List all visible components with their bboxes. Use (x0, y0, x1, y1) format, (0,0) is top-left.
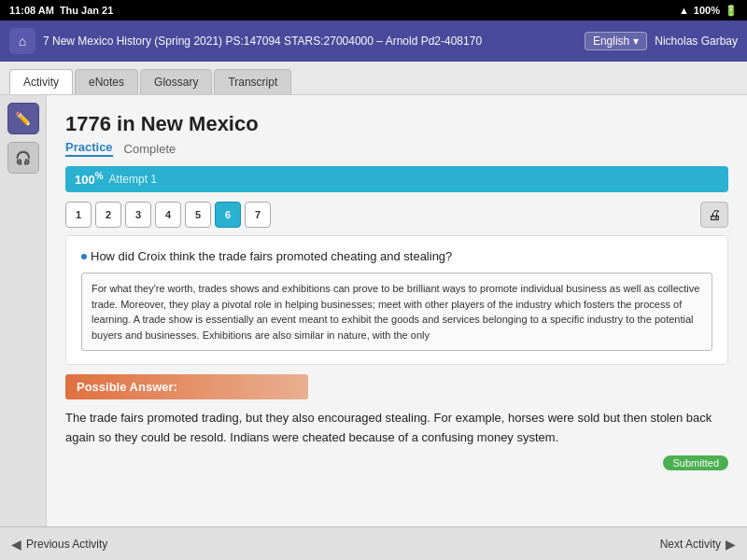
header-right: English ▾ Nicholas Garbay (585, 32, 738, 50)
progress-percentage: 100% (75, 171, 104, 187)
previous-activity-button[interactable]: ◀ Previous Activity (11, 537, 107, 552)
battery-icon: 🔋 (725, 5, 738, 17)
bottom-navigation: ◀ Previous Activity Next Activity ▶ (0, 526, 747, 560)
next-activity-label: Next Activity (660, 538, 721, 551)
question-btn-2[interactable]: 2 (95, 202, 121, 228)
tab-enotes[interactable]: eNotes (75, 69, 138, 94)
question-btn-4[interactable]: 4 (155, 202, 181, 228)
question-marker (81, 254, 87, 259)
submitted-badge-container: Submitted (65, 455, 728, 470)
time-display: 11:08 AM (9, 5, 54, 16)
answer-text-box[interactable]: For what they're worth, trades shows and… (81, 273, 712, 351)
main-content: ✏️ 🎧 1776 in New Mexico Practice Complet… (0, 95, 747, 560)
home-icon: ⌂ (19, 34, 26, 49)
header-left: ⌂ 7 New Mexico History (Spring 2021) PS:… (9, 28, 482, 54)
headphones-button[interactable]: 🎧 (7, 142, 39, 174)
user-name: Nicholas Garbay (655, 35, 738, 48)
status-bar-left: 11:08 AM Thu Jan 21 (9, 5, 113, 16)
pencil-icon: ✏️ (15, 111, 31, 126)
question-navigation: 1 2 3 4 5 6 7 🖨 (65, 202, 728, 228)
home-button[interactable]: ⌂ (9, 28, 35, 54)
next-activity-button[interactable]: Next Activity ▶ (660, 537, 736, 552)
progress-bar: 100% Attempt 1 (65, 166, 728, 192)
scrollable-content: 1776 in New Mexico Practice Complete 100… (65, 112, 728, 523)
practice-label: Practice (65, 140, 113, 157)
left-arrow-icon: ◀ (11, 537, 21, 552)
wifi-strength: 100% (694, 5, 720, 16)
course-title: 7 New Mexico History (Spring 2021) PS:14… (43, 35, 482, 48)
tab-activity[interactable]: Activity (9, 69, 73, 94)
wifi-icon: ▲ (679, 5, 689, 16)
question-btn-3[interactable]: 3 (125, 202, 151, 228)
print-icon: 🖨 (708, 207, 721, 222)
question-text: How did Croix think the trade fairs prom… (81, 249, 712, 263)
attempt-label: Attempt 1 (109, 173, 157, 186)
question-card: How did Croix think the trade fairs prom… (65, 235, 728, 365)
content-area: 1776 in New Mexico Practice Complete 100… (47, 95, 747, 560)
status-bar-right: ▲ 100% 🔋 (679, 5, 738, 17)
complete-label: Complete (124, 142, 176, 156)
status-bar: 11:08 AM Thu Jan 21 ▲ 100% 🔋 (0, 0, 747, 21)
subtitle-row: Practice Complete (65, 140, 728, 157)
question-btn-5[interactable]: 5 (185, 202, 211, 228)
question-buttons: 1 2 3 4 5 6 7 (65, 202, 271, 228)
question-btn-7[interactable]: 7 (245, 202, 271, 228)
page-title: 1776 in New Mexico (65, 112, 728, 136)
tab-glossary[interactable]: Glossary (140, 69, 212, 94)
question-btn-6[interactable]: 6 (215, 202, 241, 228)
chevron-down-icon: ▾ (633, 35, 639, 48)
header-bar: ⌂ 7 New Mexico History (Spring 2021) PS:… (0, 21, 747, 62)
language-label: English (593, 35, 629, 48)
pencil-button[interactable]: ✏️ (7, 103, 39, 134)
headphones-icon: 🎧 (15, 150, 31, 165)
previous-activity-label: Previous Activity (26, 538, 107, 551)
right-arrow-icon: ▶ (726, 537, 736, 552)
left-sidebar: ✏️ 🎧 (0, 95, 47, 560)
date-display: Thu Jan 21 (60, 5, 113, 16)
language-selector[interactable]: English ▾ (585, 32, 647, 50)
tab-navigation: Activity eNotes Glossary Transcript (0, 62, 747, 95)
question-btn-1[interactable]: 1 (65, 202, 92, 228)
submitted-badge: Submitted (663, 455, 728, 470)
possible-answer-header: Possible Answer: (65, 374, 308, 399)
print-button[interactable]: 🖨 (700, 202, 728, 228)
possible-answer-text: The trade fairs promoted trading, but th… (65, 409, 728, 448)
tab-transcript[interactable]: Transcript (214, 69, 291, 94)
